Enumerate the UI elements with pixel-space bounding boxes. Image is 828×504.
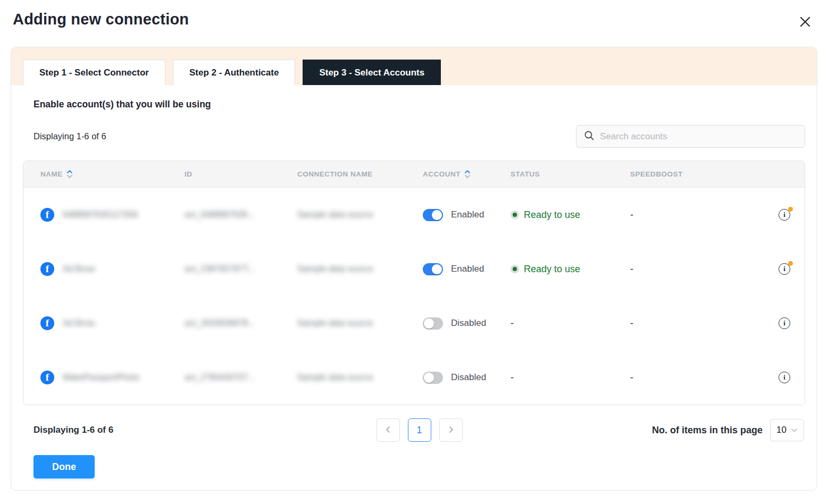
- sort-icon[interactable]: [66, 170, 73, 179]
- page-title: Adding new connection: [13, 11, 189, 28]
- connection-name: Sample data source: [297, 264, 373, 273]
- speedboost-value: -: [630, 209, 757, 221]
- wizard-tabs: Step 1 - Select Connector Step 2 - Authe…: [11, 47, 817, 85]
- account-name: 6488997635117056: [63, 210, 138, 220]
- account-toggle-label: Disabled: [451, 372, 486, 383]
- column-header-name[interactable]: NAME: [40, 170, 185, 179]
- close-icon: [798, 15, 812, 29]
- table-row: f Ad Brow act_2633936878... Sample data …: [23, 296, 805, 350]
- chevron-right-icon: [447, 425, 455, 436]
- table-row: f 6488997635117056 act_6488997635... Sam…: [23, 188, 805, 242]
- table-footer: Displaying 1-6 of 6 1 No. of items in th…: [34, 419, 805, 441]
- connection-name: Sample data source: [297, 210, 373, 219]
- page-number-button[interactable]: 1: [408, 418, 431, 442]
- status-text: -: [511, 372, 514, 383]
- account-toggle[interactable]: [423, 263, 443, 275]
- modal-header: Adding new connection: [0, 0, 828, 31]
- next-page-button[interactable]: [439, 418, 463, 442]
- status-cell: Ready to use: [511, 264, 630, 275]
- info-icon[interactable]: i: [779, 372, 791, 384]
- column-header-connection-name: CONNECTION NAME: [297, 170, 423, 178]
- status-cell: Ready to use: [511, 209, 630, 221]
- tab-step3-select-accounts[interactable]: Step 3 - Select Accounts: [303, 60, 441, 85]
- speedboost-value: -: [630, 372, 757, 383]
- info-icon[interactable]: i: [779, 263, 791, 275]
- account-toggle[interactable]: [423, 372, 443, 384]
- status-dot-icon: [511, 211, 519, 219]
- search-box: [576, 125, 805, 148]
- items-per-page-label: No. of items in this page: [652, 425, 763, 436]
- done-button[interactable]: Done: [34, 455, 95, 478]
- account-toggle-label: Enabled: [451, 264, 484, 274]
- column-header-speedboost: SPEEDBOOST: [630, 170, 757, 178]
- account-id: act_2780430707...: [185, 373, 255, 382]
- account-id: act_6488997635...: [185, 210, 255, 219]
- account-toggle[interactable]: [423, 209, 443, 221]
- facebook-icon: f: [40, 316, 54, 330]
- status-text: Ready to use: [524, 209, 580, 221]
- info-icon[interactable]: i: [779, 209, 791, 221]
- info-icon[interactable]: i: [779, 317, 791, 330]
- chevron-down-icon: [791, 425, 798, 435]
- table-row: f MakePassportPhoto act_2780430707... Sa…: [23, 350, 805, 405]
- column-header-status: STATUS: [511, 170, 630, 178]
- table-row: f Ad Brow act_23876576TT... Sample data …: [23, 242, 805, 296]
- status-cell: -: [511, 372, 630, 383]
- displaying-count-bottom: Displaying 1-6 of 6: [34, 425, 113, 435]
- chevron-left-icon: [384, 425, 392, 436]
- connection-wizard-panel: Step 1 - Select Connector Step 2 - Authe…: [11, 47, 817, 491]
- account-toggle[interactable]: [423, 317, 443, 330]
- status-dot-icon: [511, 265, 519, 273]
- section-heading: Enable account(s) that you will be using: [34, 99, 805, 110]
- account-name: Ad Brow: [63, 264, 95, 274]
- account-name: MakePassportPhoto: [63, 373, 139, 382]
- status-cell: -: [511, 318, 630, 329]
- column-header-account[interactable]: ACCOUNT: [423, 170, 511, 179]
- connection-name: Sample data source: [297, 318, 373, 327]
- search-icon: [584, 130, 595, 143]
- pagination: 1: [377, 418, 463, 442]
- displaying-count-top: Displaying 1-6 of 6: [34, 131, 106, 141]
- connection-name: Sample data source: [297, 373, 373, 382]
- account-id: act_2633936878...: [185, 318, 255, 327]
- items-per-page-select[interactable]: 10: [770, 419, 804, 441]
- facebook-icon: f: [40, 208, 54, 222]
- table-header-row: NAME ID CONNECTION NAME ACCOUNT STATUS: [23, 161, 805, 188]
- search-input[interactable]: [600, 131, 797, 142]
- facebook-icon: f: [40, 262, 54, 276]
- facebook-icon: f: [40, 371, 54, 384]
- sort-icon[interactable]: [464, 170, 471, 179]
- status-text: Ready to use: [524, 264, 580, 275]
- account-id: act_23876576TT...: [185, 264, 255, 273]
- speedboost-value: -: [630, 264, 757, 275]
- step3-content: Enable account(s) that you will be using…: [11, 99, 817, 478]
- tab-step2-authenticate[interactable]: Step 2 - Authenticate: [173, 60, 295, 85]
- speedboost-value: -: [630, 318, 757, 329]
- account-name: Ad Brow: [63, 318, 95, 328]
- account-toggle-label: Enabled: [451, 209, 484, 220]
- notification-dot-icon: [788, 207, 793, 212]
- accounts-table: NAME ID CONNECTION NAME ACCOUNT STATUS: [23, 161, 805, 405]
- column-header-id: ID: [185, 170, 297, 178]
- notification-dot-icon: [788, 261, 793, 266]
- status-text: -: [511, 318, 514, 329]
- previous-page-button[interactable]: [377, 418, 400, 442]
- account-toggle-label: Disabled: [451, 318, 486, 329]
- close-button[interactable]: [796, 13, 814, 31]
- tab-step1-select-connector[interactable]: Step 1 - Select Connector: [23, 60, 165, 85]
